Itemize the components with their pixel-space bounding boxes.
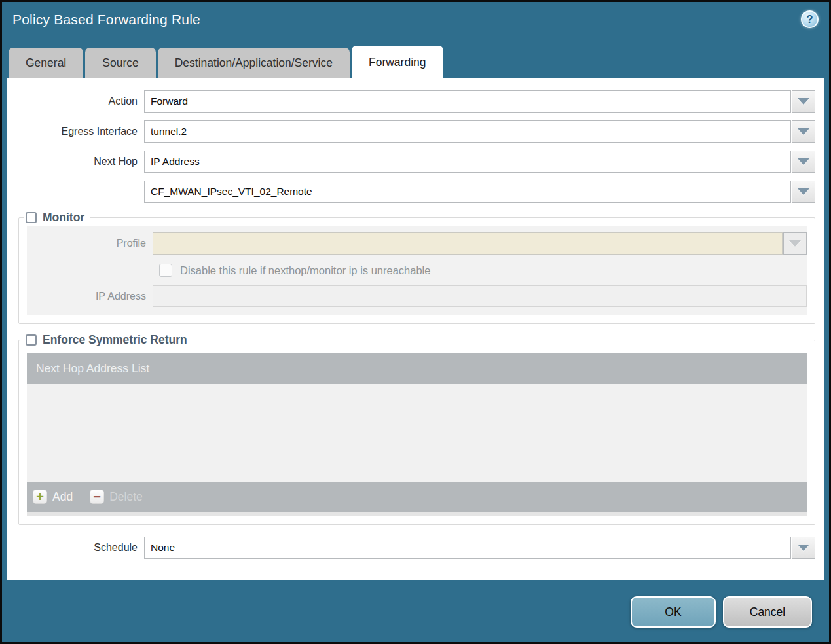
chevron-down-icon: [798, 128, 809, 135]
enforce-symmetric-return-title: Enforce Symmetric Return: [43, 333, 187, 347]
delete-button-label: Delete: [109, 490, 143, 504]
next-hop-address-list-body: [27, 384, 807, 482]
table-scroll-strip: [27, 512, 807, 516]
action-label: Action: [7, 96, 144, 107]
chevron-down-icon: [798, 545, 809, 551]
tab-general[interactable]: General: [9, 48, 83, 78]
action-field[interactable]: [144, 90, 791, 113]
table-toolbar: + Add − Delete: [27, 482, 807, 512]
monitor-profile-label: Profile: [27, 238, 153, 249]
tab-forwarding[interactable]: Forwarding: [352, 46, 443, 78]
next-hop-label: Next Hop: [7, 156, 144, 168]
monitor-profile-row: Profile: [27, 232, 807, 255]
enforce-symmetric-return-legend: Enforce Symmetric Return: [24, 333, 193, 347]
egress-interface-dropdown-button[interactable]: [792, 120, 815, 143]
chevron-down-icon: [798, 98, 809, 105]
next-hop-address-list-column-header[interactable]: Next Hop Address List: [27, 353, 807, 384]
chevron-down-icon: [798, 158, 809, 165]
tab-source[interactable]: Source: [85, 48, 155, 78]
delete-button: − Delete: [90, 490, 143, 504]
tab-destination-application-service[interactable]: Destination/Application/Service: [158, 48, 350, 78]
schedule-row: Schedule: [7, 537, 815, 559]
next-hop-address-dropdown-button[interactable]: [792, 181, 815, 203]
monitor-title: Monitor: [43, 211, 84, 224]
monitor-legend: Monitor: [24, 211, 90, 224]
next-hop-row: Next Hop: [7, 151, 815, 173]
schedule-dropdown-button[interactable]: [792, 537, 815, 559]
schedule-field[interactable]: [144, 537, 791, 559]
next-hop-address-field[interactable]: [144, 181, 791, 203]
monitor-profile-field: [153, 232, 783, 255]
delete-minus-icon: −: [90, 490, 104, 504]
next-hop-type-field[interactable]: [144, 151, 791, 173]
add-button-label: Add: [52, 490, 73, 504]
add-button[interactable]: + Add: [33, 490, 73, 504]
monitor-ip-address-row: IP Address: [27, 285, 807, 307]
monitor-profile-dropdown-button: [783, 232, 807, 255]
tab-bar: General Source Destination/Application/S…: [2, 46, 829, 78]
monitor-disable-rule-row: Disable this rule if nexthop/monitor ip …: [159, 264, 807, 277]
disable-rule-checkbox: [159, 264, 172, 277]
next-hop-address-list-table: Next Hop Address List + Add − Delete: [27, 353, 807, 516]
policy-based-forwarding-dialog: Policy Based Forwarding Rule ? General S…: [0, 0, 831, 644]
add-plus-icon: +: [33, 490, 47, 504]
monitor-ip-address-label: IP Address: [27, 291, 153, 302]
dialog-title: Policy Based Forwarding Rule: [12, 12, 200, 27]
enforce-symmetric-return-checkbox[interactable]: [26, 334, 37, 346]
ok-button[interactable]: OK: [631, 596, 716, 628]
egress-interface-label: Egress Interface: [7, 126, 144, 137]
dialog-titlebar: Policy Based Forwarding Rule ?: [2, 2, 829, 46]
monitor-checkbox[interactable]: [26, 212, 37, 223]
enforce-symmetric-return-group: Enforce Symmetric Return Next Hop Addres…: [18, 333, 815, 525]
next-hop-address-row: [7, 181, 815, 203]
monitor-ip-address-field: [153, 285, 807, 307]
monitor-panel: Profile Disable this rule if nexthop/mon…: [27, 226, 807, 315]
monitor-group: Monitor Profile Disable this rule if nex…: [18, 211, 815, 324]
tab-content-forwarding: Action Egress Interface Next Hop: [7, 78, 824, 580]
action-row: Action: [7, 90, 815, 113]
egress-interface-row: Egress Interface: [7, 120, 815, 143]
cancel-button[interactable]: Cancel: [723, 596, 812, 628]
schedule-label: Schedule: [7, 542, 144, 554]
chevron-down-icon: [798, 188, 809, 195]
help-icon[interactable]: ?: [801, 10, 819, 28]
action-dropdown-button[interactable]: [792, 90, 815, 113]
disable-rule-label: Disable this rule if nexthop/monitor ip …: [180, 264, 430, 277]
egress-interface-field[interactable]: [144, 120, 791, 143]
dialog-footer: OK Cancel: [2, 580, 829, 644]
chevron-down-icon: [789, 240, 801, 247]
next-hop-type-dropdown-button[interactable]: [792, 151, 815, 173]
